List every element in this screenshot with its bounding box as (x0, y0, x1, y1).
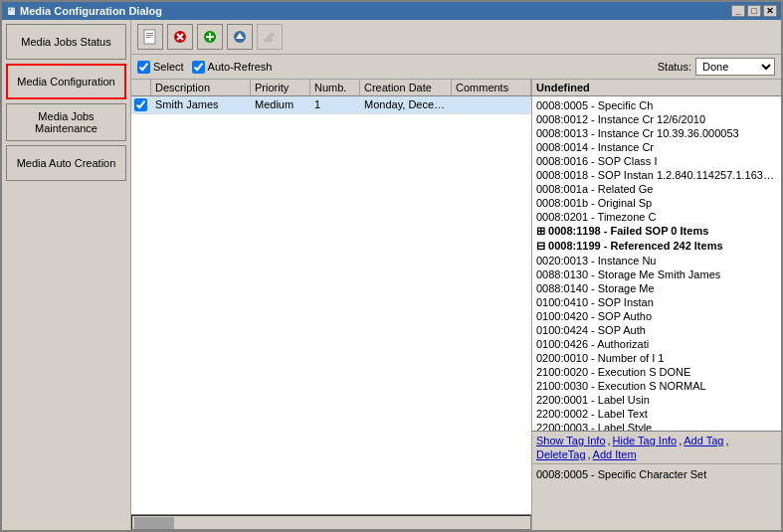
delete-button[interactable] (167, 24, 193, 50)
col-header-priority: Priority (251, 80, 310, 95)
select-checkbox[interactable] (137, 61, 150, 74)
title-bar-buttons: _ □ ✕ (731, 5, 777, 17)
sidebar-label-media-jobs-maintenance: Media Jobs Maintenance (11, 110, 121, 134)
tag-item[interactable]: 0008:0014 - Instance Cr (534, 140, 779, 154)
auto-refresh-checkbox[interactable] (192, 61, 205, 74)
sidebar-item-media-jobs-maintenance[interactable]: Media Jobs Maintenance (6, 103, 126, 141)
table-row[interactable]: Smith James Medium 1 Monday, December 06… (131, 96, 531, 114)
tag-detail-text: 0008:0005 - Specific Character Set (536, 468, 706, 480)
tag-tree[interactable]: 0008:0005 - Specific Ch 0008:0012 - Inst… (532, 96, 781, 431)
sep1: , (608, 435, 611, 446)
edit-icon (262, 29, 278, 45)
tag-item[interactable]: 2100:0020 - Execution S DONE (534, 365, 779, 379)
tag-item[interactable]: 0100:0410 - SOP Instan (534, 295, 779, 309)
tag-item[interactable]: 0008:0016 - SOP Class I (534, 154, 779, 168)
tag-item[interactable]: 0100:0426 - Authorizati (534, 337, 779, 351)
select-label: Select (153, 61, 184, 73)
sep3: , (725, 435, 728, 446)
close-button[interactable]: ✕ (763, 5, 777, 17)
select-checkbox-label[interactable]: Select (137, 61, 184, 74)
toolbar (131, 20, 781, 55)
table-header: Description Priority Numb. Creation Date… (131, 80, 531, 96)
tag-item[interactable]: 0008:0018 - SOP Instan 1.2.840.114257.1.… (534, 168, 779, 182)
tag-item[interactable]: 0100:0420 - SOP Autho (534, 309, 779, 323)
add-item-link[interactable]: Add Item (593, 448, 637, 460)
tag-item[interactable]: 2200:0001 - Label Usin (534, 393, 779, 407)
title-bar-left: 🖥 Media Configuration Dialog (6, 5, 162, 17)
tag-detail: 0008:0005 - Specific Character Set (532, 464, 781, 530)
row-checkbox[interactable] (131, 96, 151, 113)
tag-info-area: Show Tag Info , Hide Tag Info , Add Tag … (532, 431, 781, 530)
tag-item[interactable]: 2100:0030 - Execution S NORMAL (534, 379, 779, 393)
tag-panel-title: Undefined (536, 82, 590, 93)
import-icon (232, 29, 248, 45)
scrollbar-track[interactable] (131, 515, 531, 530)
sidebar-label-media-auto-creation: Media Auto Creation (17, 157, 116, 169)
add-button[interactable] (197, 24, 223, 50)
restore-button[interactable]: □ (747, 5, 761, 17)
row-description: Smith James (151, 96, 251, 113)
tag-panel-header: Undefined (532, 80, 781, 96)
tag-item[interactable]: 2200:0002 - Label Text (534, 407, 779, 421)
scrollbar-thumb[interactable] (134, 517, 174, 529)
sidebar-label-media-jobs-status: Media Jobs Status (21, 36, 111, 48)
tag-item[interactable]: 0008:0005 - Specific Ch (534, 98, 779, 112)
col-header-comments: Comments (452, 80, 531, 95)
svg-rect-2 (146, 35, 153, 36)
tag-item[interactable]: 0100:0424 - SOP Auth (534, 323, 779, 337)
status-area: Status: Done Active All (658, 58, 775, 76)
tag-item[interactable]: 0008:001b - Original Sp (534, 196, 779, 210)
status-label: Status: (658, 61, 691, 73)
auto-refresh-label: Auto-Refresh (208, 61, 273, 73)
sep2: , (679, 435, 682, 446)
sidebar: Media Jobs Status Media Configuration Me… (2, 20, 131, 530)
main-content: Media Jobs Status Media Configuration Me… (2, 20, 781, 530)
hide-tag-info-link[interactable]: Hide Tag Info (613, 435, 678, 446)
edit-button[interactable] (257, 24, 283, 50)
tag-item[interactable]: 0200:0010 - Number of I 1 (534, 351, 779, 365)
auto-refresh-checkbox-label[interactable]: Auto-Refresh (192, 61, 273, 74)
svg-rect-1 (146, 33, 153, 34)
tag-item[interactable]: 0008:0201 - Timezone C (534, 210, 779, 224)
minimize-button[interactable]: _ (731, 5, 745, 17)
show-tag-info-link[interactable]: Show Tag Info (536, 435, 606, 446)
delete-tag-link[interactable]: DeleteTag (536, 448, 586, 460)
tag-item[interactable]: 0088:0130 - Storage Me Smith James (534, 267, 779, 281)
page-button[interactable] (137, 24, 163, 50)
tag-item[interactable]: 2200:0003 - Label Style (534, 421, 779, 431)
tag-item[interactable]: 0020:0013 - Instance Nu (534, 254, 779, 267)
col-header-description: Description (151, 80, 251, 95)
import-button[interactable] (227, 24, 253, 50)
title-bar: 🖥 Media Configuration Dialog _ □ ✕ (2, 2, 781, 20)
add-tag-link[interactable]: Add Tag (684, 435, 723, 446)
options-row: Select Auto-Refresh Status: Done Active … (131, 55, 781, 80)
tag-item[interactable]: ⊞ 0008:1198 - Failed SOP 0 Items (534, 224, 779, 239)
table-body: Smith James Medium 1 Monday, December 06… (131, 96, 531, 514)
row-comments (452, 96, 531, 113)
col-header-creation-date: Creation Date (360, 80, 452, 95)
tag-item[interactable]: 0088:0140 - Storage Me (534, 281, 779, 295)
horizontal-scrollbar[interactable] (131, 514, 531, 530)
split-area: Description Priority Numb. Creation Date… (131, 80, 781, 530)
page-icon (142, 29, 158, 45)
status-select[interactable]: Done Active All (695, 58, 775, 76)
svg-rect-3 (146, 37, 151, 38)
sidebar-item-media-auto-creation[interactable]: Media Auto Creation (6, 145, 126, 181)
window-icon: 🖥 (6, 6, 16, 17)
tag-panel: Undefined 0008:0005 - Specific Ch 0008:0… (532, 80, 781, 530)
right-area: Select Auto-Refresh Status: Done Active … (131, 20, 781, 530)
col-header-number: Numb. (310, 80, 360, 95)
sidebar-item-media-jobs-status[interactable]: Media Jobs Status (6, 24, 126, 60)
add-icon (202, 29, 218, 45)
sidebar-item-media-configuration[interactable]: Media Configuration (6, 64, 126, 99)
tag-item[interactable]: 0008:0013 - Instance Cr 10.39.36.000053 (534, 126, 779, 140)
tag-item[interactable]: 0008:0012 - Instance Cr 12/6/2010 (534, 112, 779, 126)
row-number: 1 (310, 96, 360, 113)
row-check-input[interactable] (134, 98, 147, 111)
window-title: Media Configuration Dialog (20, 5, 162, 17)
table-area: Description Priority Numb. Creation Date… (131, 80, 532, 530)
sidebar-label-media-configuration: Media Configuration (17, 76, 114, 88)
main-window: 🖥 Media Configuration Dialog _ □ ✕ Media… (0, 0, 783, 532)
tag-item[interactable]: ⊟ 0008:1199 - Referenced 242 Items (534, 239, 779, 254)
tag-item[interactable]: 0008:001a - Related Ge (534, 182, 779, 196)
